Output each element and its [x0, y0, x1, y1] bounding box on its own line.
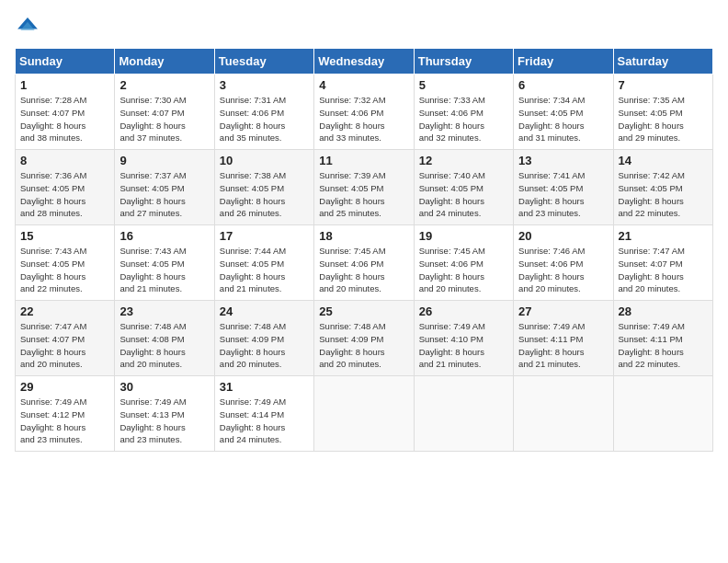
weekday-header-tuesday: Tuesday [214, 49, 313, 75]
day-number: 26 [419, 304, 508, 318]
day-number: 5 [419, 78, 508, 92]
day-info: Sunrise: 7:38 AMSunset: 4:05 PMDaylight:… [220, 169, 309, 220]
day-info: Sunrise: 7:49 AMSunset: 4:12 PMDaylight:… [20, 396, 109, 446]
day-number: 10 [220, 154, 309, 167]
day-info: Sunrise: 7:35 AMSunset: 4:05 PMDaylight:… [619, 94, 708, 144]
day-number: 12 [419, 154, 508, 167]
calendar-cell-w1-d7: 7Sunrise: 7:35 AMSunset: 4:05 PMDaylight… [613, 75, 712, 150]
calendar-cell-w2-d4: 11Sunrise: 7:39 AMSunset: 4:05 PMDayligh… [314, 150, 414, 225]
day-info: Sunrise: 7:34 AMSunset: 4:05 PMDaylight:… [518, 94, 608, 144]
page-header [15, 15, 713, 40]
day-number: 17 [220, 229, 309, 243]
week-row-2: 8Sunrise: 7:36 AMSunset: 4:05 PMDaylight… [16, 150, 713, 225]
day-info: Sunrise: 7:40 AMSunset: 4:05 PMDaylight:… [419, 169, 508, 220]
calendar-cell-w2-d3: 10Sunrise: 7:38 AMSunset: 4:05 PMDayligh… [214, 150, 313, 225]
calendar-cell-w2-d7: 14Sunrise: 7:42 AMSunset: 4:05 PMDayligh… [613, 150, 712, 225]
day-number: 14 [619, 154, 708, 167]
calendar-cell-w1-d6: 6Sunrise: 7:34 AMSunset: 4:05 PMDaylight… [514, 75, 613, 150]
day-info: Sunrise: 7:28 AMSunset: 4:07 PMDaylight:… [20, 94, 109, 144]
day-number: 19 [419, 229, 508, 243]
week-row-3: 15Sunrise: 7:43 AMSunset: 4:05 PMDayligh… [16, 225, 713, 301]
day-info: Sunrise: 7:36 AMSunset: 4:05 PMDaylight:… [20, 169, 109, 220]
day-info: Sunrise: 7:49 AMSunset: 4:14 PMDaylight:… [220, 396, 309, 446]
calendar-cell-w3-d5: 19Sunrise: 7:45 AMSunset: 4:06 PMDayligh… [414, 225, 513, 301]
weekday-header-sunday: Sunday [16, 49, 115, 75]
calendar-cell-w5-d2: 30Sunrise: 7:49 AMSunset: 4:13 PMDayligh… [115, 376, 214, 452]
calendar-cell-w5-d3: 31Sunrise: 7:49 AMSunset: 4:14 PMDayligh… [214, 376, 313, 452]
weekday-header-wednesday: Wednesday [314, 49, 414, 75]
day-info: Sunrise: 7:30 AMSunset: 4:07 PMDaylight:… [119, 94, 209, 144]
day-info: Sunrise: 7:48 AMSunset: 4:09 PMDaylight:… [220, 320, 309, 371]
day-info: Sunrise: 7:39 AMSunset: 4:05 PMDaylight:… [319, 169, 408, 220]
calendar-cell-w1-d5: 5Sunrise: 7:33 AMSunset: 4:06 PMDaylight… [414, 75, 513, 150]
day-number: 27 [518, 304, 608, 318]
day-info: Sunrise: 7:41 AMSunset: 4:05 PMDaylight:… [518, 169, 608, 220]
day-number: 18 [319, 229, 408, 243]
day-info: Sunrise: 7:43 AMSunset: 4:05 PMDaylight:… [20, 245, 109, 295]
day-number: 15 [20, 229, 109, 243]
week-row-4: 22Sunrise: 7:47 AMSunset: 4:07 PMDayligh… [16, 301, 713, 376]
calendar-cell-w3-d4: 18Sunrise: 7:45 AMSunset: 4:06 PMDayligh… [314, 225, 414, 301]
calendar-cell-w1-d3: 3Sunrise: 7:31 AMSunset: 4:06 PMDaylight… [214, 75, 313, 150]
day-number: 6 [518, 78, 608, 92]
calendar-cell-w5-d7 [613, 376, 712, 452]
calendar-cell-w5-d5 [414, 376, 513, 452]
calendar-cell-w3-d6: 20Sunrise: 7:46 AMSunset: 4:06 PMDayligh… [514, 225, 613, 301]
day-number: 9 [119, 154, 209, 167]
day-number: 1 [20, 78, 109, 92]
day-info: Sunrise: 7:49 AMSunset: 4:11 PMDaylight:… [518, 320, 608, 371]
day-info: Sunrise: 7:43 AMSunset: 4:05 PMDaylight:… [119, 245, 209, 295]
day-number: 8 [20, 154, 109, 167]
calendar-cell-w3-d2: 16Sunrise: 7:43 AMSunset: 4:05 PMDayligh… [115, 225, 214, 301]
day-number: 31 [220, 380, 309, 394]
calendar-table: SundayMondayTuesdayWednesdayThursdayFrid… [15, 48, 713, 452]
day-info: Sunrise: 7:49 AMSunset: 4:10 PMDaylight:… [419, 320, 508, 371]
logo [15, 15, 44, 40]
weekday-header-thursday: Thursday [414, 49, 513, 75]
week-row-1: 1Sunrise: 7:28 AMSunset: 4:07 PMDaylight… [16, 75, 713, 150]
day-info: Sunrise: 7:45 AMSunset: 4:06 PMDaylight:… [419, 245, 508, 295]
calendar-cell-w4-d4: 25Sunrise: 7:48 AMSunset: 4:09 PMDayligh… [314, 301, 414, 376]
day-info: Sunrise: 7:48 AMSunset: 4:09 PMDaylight:… [319, 320, 408, 371]
calendar-cell-w3-d7: 21Sunrise: 7:47 AMSunset: 4:07 PMDayligh… [613, 225, 712, 301]
calendar-cell-w3-d3: 17Sunrise: 7:44 AMSunset: 4:05 PMDayligh… [214, 225, 313, 301]
weekday-header-friday: Friday [514, 49, 613, 75]
calendar-cell-w5-d4 [314, 376, 414, 452]
weekday-header-monday: Monday [115, 49, 214, 75]
day-info: Sunrise: 7:49 AMSunset: 4:13 PMDaylight:… [119, 396, 209, 446]
day-number: 28 [619, 304, 708, 318]
calendar-body: 1Sunrise: 7:28 AMSunset: 4:07 PMDaylight… [16, 75, 713, 452]
calendar-cell-w4-d5: 26Sunrise: 7:49 AMSunset: 4:10 PMDayligh… [414, 301, 513, 376]
week-row-5: 29Sunrise: 7:49 AMSunset: 4:12 PMDayligh… [16, 376, 713, 452]
calendar-cell-w4-d1: 22Sunrise: 7:47 AMSunset: 4:07 PMDayligh… [16, 301, 115, 376]
day-info: Sunrise: 7:47 AMSunset: 4:07 PMDaylight:… [619, 245, 708, 295]
day-info: Sunrise: 7:32 AMSunset: 4:06 PMDaylight:… [319, 94, 408, 144]
calendar-cell-w5-d6 [514, 376, 613, 452]
day-info: Sunrise: 7:49 AMSunset: 4:11 PMDaylight:… [619, 320, 708, 371]
calendar-cell-w2-d5: 12Sunrise: 7:40 AMSunset: 4:05 PMDayligh… [414, 150, 513, 225]
day-number: 11 [319, 154, 408, 167]
calendar-cell-w4-d6: 27Sunrise: 7:49 AMSunset: 4:11 PMDayligh… [514, 301, 613, 376]
calendar-cell-w5-d1: 29Sunrise: 7:49 AMSunset: 4:12 PMDayligh… [16, 376, 115, 452]
day-number: 20 [518, 229, 608, 243]
day-info: Sunrise: 7:37 AMSunset: 4:05 PMDaylight:… [119, 169, 209, 220]
day-number: 21 [619, 229, 708, 243]
day-number: 25 [319, 304, 408, 318]
day-number: 30 [119, 380, 209, 394]
day-info: Sunrise: 7:45 AMSunset: 4:06 PMDaylight:… [319, 245, 408, 295]
calendar-cell-w1-d1: 1Sunrise: 7:28 AMSunset: 4:07 PMDaylight… [16, 75, 115, 150]
day-info: Sunrise: 7:46 AMSunset: 4:06 PMDaylight:… [518, 245, 608, 295]
calendar-cell-w4-d7: 28Sunrise: 7:49 AMSunset: 4:11 PMDayligh… [613, 301, 712, 376]
day-info: Sunrise: 7:42 AMSunset: 4:05 PMDaylight:… [619, 169, 708, 220]
day-number: 29 [20, 380, 109, 394]
day-number: 23 [119, 304, 209, 318]
day-info: Sunrise: 7:31 AMSunset: 4:06 PMDaylight:… [220, 94, 309, 144]
day-number: 24 [220, 304, 309, 318]
calendar-cell-w1-d4: 4Sunrise: 7:32 AMSunset: 4:06 PMDaylight… [314, 75, 414, 150]
calendar-cell-w2-d6: 13Sunrise: 7:41 AMSunset: 4:05 PMDayligh… [514, 150, 613, 225]
calendar-cell-w4-d2: 23Sunrise: 7:48 AMSunset: 4:08 PMDayligh… [115, 301, 214, 376]
day-number: 13 [518, 154, 608, 167]
day-info: Sunrise: 7:48 AMSunset: 4:08 PMDaylight:… [119, 320, 209, 371]
calendar-cell-w2-d1: 8Sunrise: 7:36 AMSunset: 4:05 PMDaylight… [16, 150, 115, 225]
weekday-header-saturday: Saturday [613, 49, 712, 75]
